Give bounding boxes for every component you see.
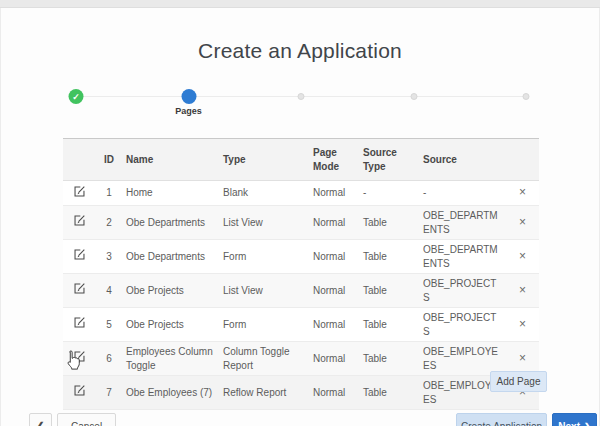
source-type-column-header: Source Type <box>359 139 419 181</box>
create-application-button[interactable]: Create Application <box>456 413 547 426</box>
page-mode: Normal <box>309 274 359 308</box>
page-type: Reflow Report <box>219 376 309 410</box>
page-id: 4 <box>96 274 122 308</box>
page-id: 1 <box>96 181 122 206</box>
pages-table: ID Name Type Page Mode Source Type Sourc… <box>63 138 539 410</box>
page-name: Obe Departments <box>122 206 219 240</box>
page-source-type: Table <box>359 308 419 342</box>
page-source-type: Table <box>359 342 419 376</box>
page-source: OBE_DEPARTMENTS <box>419 240 506 274</box>
page-name: Obe Projects <box>122 308 219 342</box>
page-id: 2 <box>96 206 122 240</box>
page-type: List View <box>219 206 309 240</box>
page-source-type: Table <box>359 240 419 274</box>
table-row: 5 Obe Projects Form Normal Table OBE_PRO… <box>63 308 539 342</box>
page-title: Create an Application <box>1 39 599 63</box>
page-mode: Normal <box>309 342 359 376</box>
page-id: 7 <box>96 376 122 410</box>
next-button[interactable]: Next ❯ <box>552 413 597 426</box>
page-name: Employees Column Toggle <box>122 342 219 376</box>
step-upcoming-dot-icon <box>523 93 530 100</box>
page-type: Blank <box>219 181 309 206</box>
step-upcoming-dot-icon <box>410 93 417 100</box>
page-name: Home <box>122 181 219 206</box>
page-mode: Normal <box>309 376 359 410</box>
page-mode-column-header: Page Mode <box>309 139 359 181</box>
page-source-type: Table <box>359 206 419 240</box>
delete-column-header <box>506 139 539 181</box>
step-complete-check-icon: ✓ <box>69 89 84 104</box>
table-row: 3 Obe Departments Form Normal Table OBE_… <box>63 240 539 274</box>
page-type: List View <box>219 274 309 308</box>
table-row: 2 Obe Departments List View Normal Table… <box>63 206 539 240</box>
add-page-button[interactable]: Add Page <box>490 371 547 392</box>
page-source-type: Table <box>359 376 419 410</box>
page-id: 6 <box>96 342 122 376</box>
edit-page-button[interactable] <box>73 248 86 261</box>
delete-page-button[interactable]: × <box>519 352 526 364</box>
name-column-header: Name <box>122 139 219 181</box>
edit-pencil-icon <box>73 214 86 227</box>
table-row: 1 Home Blank Normal - - × <box>63 181 539 206</box>
table-header-row: ID Name Type Page Mode Source Type Sourc… <box>63 139 539 181</box>
page-mode: Normal <box>309 206 359 240</box>
page-name: Obe Employees (7) <box>122 376 219 410</box>
page-source: OBE_PROJECTS <box>419 274 506 308</box>
id-column-header: ID <box>96 139 122 181</box>
create-application-dialog: Create an Application ✓ Pages ID <box>0 8 600 426</box>
page-id: 3 <box>96 240 122 274</box>
type-column-header: Type <box>219 139 309 181</box>
edit-pencil-icon <box>73 282 86 295</box>
next-chevron-icon: ❯ <box>584 422 591 426</box>
step-upcoming-dot-icon <box>298 93 305 100</box>
edit-pencil-icon <box>73 384 86 397</box>
page-name: Obe Departments <box>122 240 219 274</box>
page-mode: Normal <box>309 181 359 206</box>
table-row: 4 Obe Projects List View Normal Table OB… <box>63 274 539 308</box>
source-column-header: Source <box>419 139 506 181</box>
delete-page-button[interactable]: × <box>519 186 526 198</box>
back-button[interactable]: ❮ <box>29 413 52 426</box>
delete-page-button[interactable]: × <box>519 284 526 296</box>
table-row: 6 Employees Column Toggle Column Toggle … <box>63 342 539 376</box>
page-source: OBE_PROJECTS <box>419 308 506 342</box>
page-name: Obe Projects <box>122 274 219 308</box>
page-id: 5 <box>96 308 122 342</box>
page-type: Form <box>219 240 309 274</box>
edit-pencil-icon <box>73 316 86 329</box>
edit-page-button[interactable] <box>73 316 86 329</box>
edit-page-button[interactable] <box>73 214 86 227</box>
delete-page-button[interactable]: × <box>519 250 526 262</box>
page-mode: Normal <box>309 240 359 274</box>
stepper-step-label: Pages <box>175 106 202 116</box>
table-row: 7 Obe Employees (7) Reflow Report Normal… <box>63 376 539 410</box>
delete-page-button[interactable]: × <box>519 318 526 330</box>
cancel-button[interactable]: Cancel <box>57 413 116 426</box>
page-source-type: - <box>359 181 419 206</box>
step-current-dot-icon <box>181 89 196 104</box>
delete-page-button[interactable]: × <box>519 216 526 228</box>
back-chevron-icon: ❮ <box>37 421 45 426</box>
edit-page-button[interactable] <box>73 282 86 295</box>
edit-page-button[interactable] <box>73 384 86 397</box>
edit-pencil-icon <box>73 185 86 198</box>
edit-column-header <box>63 139 96 181</box>
page-mode: Normal <box>309 308 359 342</box>
page-source: - <box>419 181 506 206</box>
edit-page-button[interactable] <box>73 350 86 363</box>
edit-pencil-icon <box>73 350 86 363</box>
page-source-type: Table <box>359 274 419 308</box>
page-type: Form <box>219 308 309 342</box>
page-type: Column Toggle Report <box>219 342 309 376</box>
edit-page-button[interactable] <box>73 185 86 198</box>
next-button-label: Next <box>558 421 580 426</box>
edit-pencil-icon <box>73 248 86 261</box>
wizard-progress-stepper: ✓ Pages <box>76 88 526 120</box>
page-source: OBE_DEPARTMENTS <box>419 206 506 240</box>
page-background-strip <box>0 0 600 8</box>
